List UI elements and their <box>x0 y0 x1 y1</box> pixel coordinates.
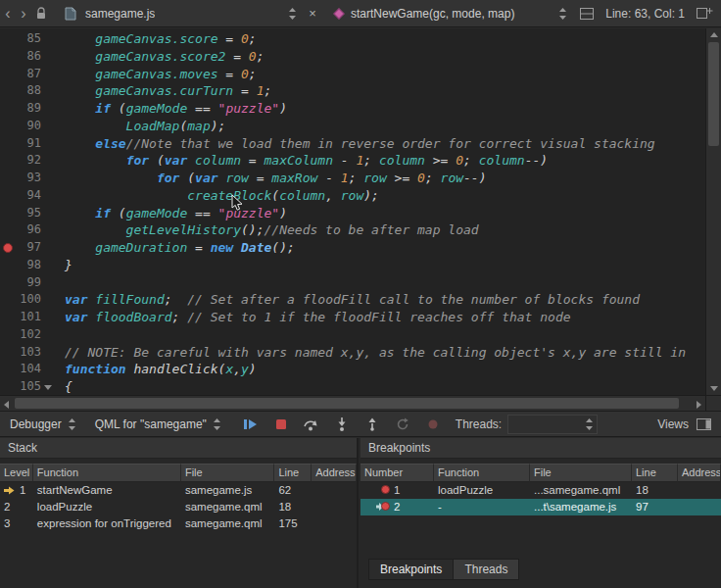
code-line[interactable]: 97 gameDuration = new Date(); <box>0 239 705 257</box>
code-line[interactable]: 87 gameCanvas.moves = 0; <box>0 66 705 83</box>
column-header-level[interactable]: Level <box>0 464 33 482</box>
gutter[interactable]: 100 <box>0 291 53 309</box>
gutter[interactable]: 93 <box>0 170 53 187</box>
column-header-line[interactable]: Line <box>632 464 678 482</box>
gutter[interactable]: 90 <box>0 118 53 135</box>
editor-horizontal-scrollbar[interactable] <box>0 395 705 411</box>
breakpoint-margin[interactable] <box>0 344 16 362</box>
fold-marker-icon[interactable] <box>44 385 52 390</box>
breakpoint-margin[interactable] <box>0 309 16 326</box>
breakpoint-row[interactable]: 2-...t\samegame.js97 <box>360 499 721 515</box>
tab-threads[interactable]: Threads <box>453 559 519 580</box>
fold-margin[interactable] <box>41 187 53 205</box>
column-header-file[interactable]: File <box>530 464 632 482</box>
code-line[interactable]: 90 LoadMap(map); <box>0 118 705 135</box>
column-header-number[interactable]: Number <box>360 464 434 482</box>
column-header-address[interactable]: Address <box>678 464 721 482</box>
fold-margin[interactable] <box>41 239 53 257</box>
fold-margin[interactable] <box>41 378 53 395</box>
tab-breakpoints[interactable]: Breakpoints <box>368 559 454 580</box>
gutter[interactable]: 99 <box>0 274 53 292</box>
fold-margin[interactable] <box>41 344 53 362</box>
code-line[interactable]: 100var fillFound; // Set after a floodFi… <box>0 291 705 309</box>
fold-margin[interactable] <box>41 135 53 153</box>
gutter[interactable]: 92 <box>0 152 53 170</box>
add-split-icon[interactable] <box>693 7 717 20</box>
fold-margin[interactable] <box>41 257 53 274</box>
fold-margin[interactable] <box>41 118 53 135</box>
fold-margin[interactable] <box>41 170 53 187</box>
gutter[interactable]: 95 <box>0 205 53 222</box>
code-line[interactable]: 98} <box>0 257 705 274</box>
gutter[interactable]: 102 <box>0 326 53 344</box>
stack-row[interactable]: 3expression for onTriggeredsamegame.qml1… <box>0 515 357 532</box>
fold-margin[interactable] <box>41 48 53 66</box>
close-document-button[interactable]: × <box>304 6 321 21</box>
code-line[interactable]: 88 gameCanvas.curTurn = 1; <box>0 82 705 100</box>
back-button[interactable]: ‹ <box>0 1 16 26</box>
breakpoint-margin[interactable] <box>0 239 16 257</box>
breakpoint-margin[interactable] <box>0 257 16 274</box>
column-header-address[interactable]: Address <box>312 464 357 482</box>
fold-margin[interactable] <box>41 326 53 344</box>
scroll-down-icon[interactable] <box>710 386 718 391</box>
gutter[interactable]: 103 <box>0 344 53 362</box>
gutter[interactable]: 98 <box>0 257 53 274</box>
step-over-icon[interactable] <box>301 415 322 434</box>
column-header-function[interactable]: Function <box>33 464 181 482</box>
scroll-up-icon[interactable] <box>710 32 718 37</box>
breakpoint-margin[interactable] <box>0 187 16 205</box>
breakpoint-margin[interactable] <box>0 135 16 153</box>
breakpoint-margin[interactable] <box>0 378 16 395</box>
chevron-updown-icon[interactable] <box>285 8 300 20</box>
gutter[interactable]: 97 <box>0 239 53 257</box>
code-line[interactable]: 91 else//Note that we load them in rever… <box>0 135 705 153</box>
fold-margin[interactable] <box>41 309 53 326</box>
breakpoint-margin[interactable] <box>0 170 16 187</box>
gutter[interactable]: 96 <box>0 221 53 239</box>
editor-vertical-scrollbar[interactable] <box>705 28 721 395</box>
step-out-icon[interactable] <box>361 415 383 434</box>
views-panel-icon[interactable] <box>697 418 711 430</box>
breakpoint-margin[interactable] <box>0 118 16 135</box>
code-line[interactable]: 103// NOTE: Be careful with vars named x… <box>0 344 705 362</box>
breakpoint-margin[interactable] <box>0 326 16 344</box>
breakpoint-margin[interactable] <box>0 221 16 239</box>
breakpoint-margin[interactable] <box>0 30 16 48</box>
breakpoint-margin[interactable] <box>0 48 16 66</box>
fold-margin[interactable] <box>41 361 53 378</box>
scroll-left-icon[interactable] <box>4 401 9 409</box>
debug-session-combo[interactable]: QML for "samegame" <box>89 414 226 435</box>
code-line[interactable]: 96 getLevelHistory();//Needs to be after… <box>0 221 705 239</box>
breakpoint-margin[interactable] <box>0 66 16 83</box>
breakpoint-margin[interactable] <box>0 361 16 378</box>
gutter[interactable]: 104 <box>0 361 53 378</box>
code-editor[interactable]: 85 gameCanvas.score = 0;86 gameCanvas.sc… <box>0 28 705 395</box>
code-line[interactable]: 101var floodBoard; // Set to 1 if the fl… <box>0 309 705 326</box>
threads-combo[interactable] <box>507 415 598 434</box>
stack-row[interactable]: 1startNewGamesamegame.js62 <box>0 482 357 499</box>
continue-icon[interactable] <box>240 415 262 434</box>
fold-margin[interactable] <box>41 291 53 309</box>
split-editor-icon[interactable] <box>576 8 598 20</box>
gutter[interactable]: 91 <box>0 135 53 153</box>
column-header-file[interactable]: File <box>181 464 274 482</box>
gutter[interactable]: 101 <box>0 309 53 326</box>
fold-margin[interactable] <box>41 66 53 83</box>
fold-margin[interactable] <box>41 30 53 48</box>
gutter[interactable]: 86 <box>0 48 53 66</box>
fold-margin[interactable] <box>41 82 53 100</box>
code-line[interactable]: 85 gameCanvas.score = 0; <box>0 30 705 48</box>
gutter[interactable]: 85 <box>0 30 53 48</box>
record-icon[interactable] <box>422 415 444 434</box>
stop-debugger-icon[interactable] <box>270 415 292 434</box>
stack-row[interactable]: 2loadPuzzlesamegame.qml18 <box>0 499 357 515</box>
breakpoint-margin[interactable] <box>0 205 16 222</box>
breakpoint-row[interactable]: 1loadPuzzle...samegame.qml18 <box>360 482 721 499</box>
code-line[interactable]: 92 for (var column = maxColumn - 1; colu… <box>0 152 705 170</box>
chevron-updown-icon[interactable] <box>555 8 570 20</box>
code-line[interactable]: 93 for (var row = maxRow - 1; row >= 0; … <box>0 170 705 187</box>
code-line[interactable]: 104function handleClick(x,y) <box>0 361 705 378</box>
fold-margin[interactable] <box>41 100 53 118</box>
gutter[interactable]: 105 <box>0 378 53 395</box>
